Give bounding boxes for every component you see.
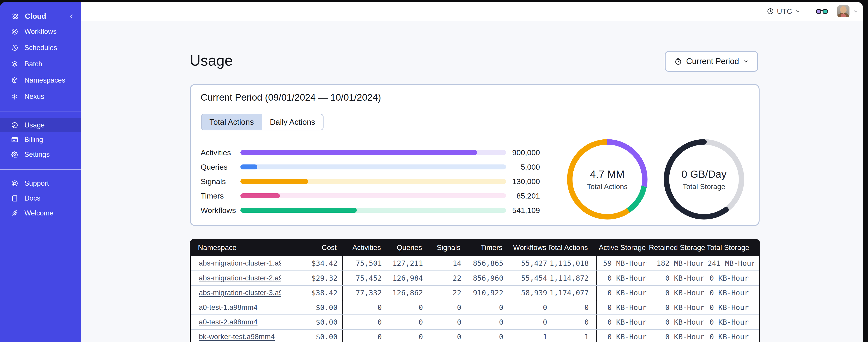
total-storage-cell: 0 KB-Hour [708, 318, 761, 327]
namespace-cell: abs-migration-cluster-1.a98mm4 [191, 259, 281, 267]
total-actions-cell: 0 [550, 315, 597, 329]
sidebar-footer-nav: Support Docs [0, 176, 81, 220]
sidebar-item-label: Settings [24, 150, 50, 159]
bar-row: Signals 130,000 [200, 174, 540, 189]
billing-card-icon [11, 136, 19, 143]
donut-center-label: Total Storage [683, 182, 725, 191]
temporal-cloud-logo-icon [11, 12, 20, 21]
sidebar-item-settings[interactable]: Settings [0, 147, 81, 162]
bar-category-label: Queries [200, 163, 240, 171]
bar-track [240, 179, 506, 184]
sidebar-item-label: Workflows [24, 28, 57, 36]
namespace-link[interactable]: abs-migration-cluster-3.a98mm4 [199, 288, 281, 297]
cost-cell: $0.00 [281, 315, 343, 329]
signals-cell: 0 [426, 303, 465, 312]
namespace-link[interactable]: a0-test-2.a98mm4 [199, 318, 257, 326]
column-header-activities: Activities [342, 243, 384, 252]
sidebar-item-workflows[interactable]: Workflows [0, 24, 81, 40]
namespace-link[interactable]: abs-migration-cluster-2.a98mm4 [199, 274, 281, 282]
cost-cell: $34.42 [281, 256, 343, 271]
queries-cell: 0 [385, 318, 426, 327]
active-storage-cell: 0 KB-Hour [597, 333, 650, 341]
sidebar-item-nexus[interactable]: Nexus [0, 89, 81, 105]
tab[interactable]: Daily Actions [261, 114, 323, 130]
bar-fill [240, 165, 257, 169]
namespace-link[interactable]: a0-test-1.a98mm4 [199, 303, 257, 311]
sidebar-item-batch[interactable]: Batch [0, 56, 81, 72]
sidebar-item-usage[interactable]: Usage [0, 118, 81, 132]
bar-category-label: Signals [200, 177, 240, 186]
bar-row: Activities 900,000 [200, 145, 540, 160]
namespace-cell: abs-migration-cluster-2.a98mm4 [191, 274, 281, 282]
active-storage-cell: 59 MB-Hour [597, 259, 650, 268]
bar-value-label: 5,000 [506, 163, 540, 171]
tab[interactable]: Total Actions [202, 114, 261, 130]
donut-center-label: Total Actions [587, 182, 628, 191]
total-storage-cell: 0 KB-Hour [708, 333, 761, 341]
activities-cell: 0 [343, 303, 385, 312]
sidebar-item-support[interactable]: Support [0, 176, 81, 191]
retained-storage-cell: 0 KB-Hour [650, 288, 708, 297]
column-header-queries: Queries [384, 243, 425, 252]
cost-cell: $0.00 [281, 300, 343, 314]
bar-value-label: 900,000 [506, 148, 540, 157]
total-actions-cell: 1,115,018 [550, 256, 597, 271]
user-avatar[interactable] [837, 5, 849, 18]
column-header-active-storage: Active Storage [596, 243, 649, 252]
total-actions-cell: 1,174,077 [550, 285, 597, 300]
sidebar-collapse-button[interactable] [68, 13, 74, 20]
active-storage-cell: 0 KB-Hour [597, 288, 650, 297]
usage-gauge-icon [11, 122, 19, 129]
sidebar-item-label: Nexus [24, 93, 44, 101]
page-title: Usage [190, 51, 233, 70]
timers-cell: 856,960 [465, 274, 506, 282]
table-row: abs-migration-cluster-1.a98mm4 $34.42 75… [191, 256, 759, 271]
actions-tab-group: Total ActionsDaily Actions [201, 114, 323, 130]
namespace-usage-table: Namespace Cost Activities Queries Signal… [190, 239, 760, 342]
signals-cell: 14 [426, 259, 465, 268]
sidebar-item-schedules[interactable]: Schedules [0, 40, 81, 56]
sidebar-item-label: Support [24, 179, 49, 187]
bar-category-label: Timers [200, 192, 240, 200]
stopwatch-icon [674, 57, 683, 66]
namespace-link[interactable]: bk-worker-test.a98mm4 [199, 333, 275, 341]
cost-cell: $29.32 [281, 271, 343, 285]
namespace-link[interactable]: abs-migration-cluster-1.a98mm4 [199, 259, 281, 267]
active-storage-cell: 0 KB-Hour [597, 303, 650, 312]
retained-storage-cell: 0 KB-Hour [650, 274, 708, 282]
column-header-timers: Timers [464, 243, 506, 252]
timezone-selector[interactable]: UTC [767, 7, 801, 15]
sidebar-item-docs[interactable]: Docs [0, 191, 81, 206]
active-storage-cell: 0 KB-Hour [597, 274, 650, 282]
app-window: Cloud Workflows Sched [0, 2, 863, 342]
content-area: UTC Usage [81, 2, 863, 342]
bar-category-label: Workflows [200, 206, 240, 215]
sidebar-item-billing[interactable]: Billing [0, 132, 81, 147]
account-menu-chevron-down-icon[interactable] [852, 8, 859, 14]
sidebar-item-welcome[interactable]: Welcome [0, 206, 81, 220]
sidebar-item-label: Billing [24, 136, 43, 144]
sidebar-header[interactable]: Cloud [0, 10, 81, 23]
period-selector-button[interactable]: Current Period [665, 51, 758, 72]
total-actions-cell: 0 [550, 300, 597, 314]
queries-cell: 0 [385, 333, 426, 341]
actions-bar-chart: Activities 900,000 Queries 5,000 Signals [200, 145, 540, 217]
workflows-cell: 55,454 [506, 274, 550, 282]
labs-glasses-icon[interactable] [815, 7, 828, 16]
activities-cell: 0 [343, 318, 385, 327]
clock-icon [767, 7, 774, 15]
total-actions-cell: 1 [550, 330, 597, 342]
nexus-asterisk-icon [11, 93, 19, 100]
usage-summary-card: Current Period (09/01/2024 — 10/01/2024)… [190, 84, 760, 226]
table-row: bk-worker-test.a98mm4 $0.00 0 0 0 0 1 1 … [191, 329, 759, 342]
bar-value-label: 85,201 [506, 192, 540, 200]
column-header-workflows: Workflows [506, 243, 550, 252]
bar-track [240, 193, 506, 198]
namespaces-cube-icon [11, 76, 19, 84]
timers-cell: 910,922 [465, 288, 506, 297]
signals-cell: 0 [426, 333, 465, 341]
bar-track [240, 165, 506, 169]
total-storage-cell: 0 KB-Hour [708, 288, 761, 297]
column-header-total-storage: Total Storage [707, 243, 760, 252]
sidebar-item-namespaces[interactable]: Namespaces [0, 72, 81, 89]
